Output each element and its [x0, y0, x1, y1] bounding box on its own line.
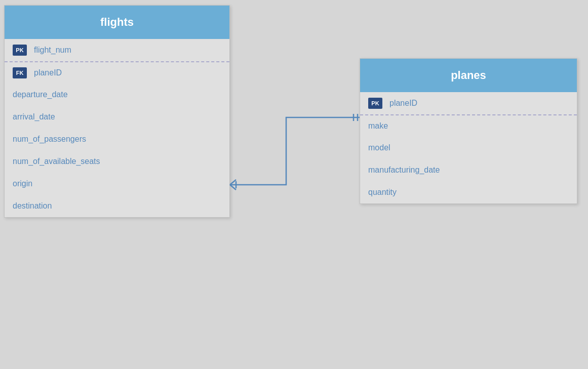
connector-line: [230, 117, 360, 185]
flights-table: flights PK flight_num FK planeID departu…: [4, 5, 230, 218]
field-origin: origin: [13, 179, 32, 188]
field-num-passengers: num_of_passengers: [13, 135, 86, 144]
flights-table-header: flights: [5, 6, 229, 39]
field-row-manufacturing-date: manufacturing_date: [360, 159, 577, 181]
field-row-quantity: quantity: [360, 181, 577, 203]
field-quantity: quantity: [368, 188, 397, 197]
field-row-origin: origin: [5, 173, 229, 195]
field-manufacturing-date: manufacturing_date: [368, 166, 440, 175]
field-row-departure-date: departure_date: [5, 84, 229, 106]
field-row-make: make: [360, 114, 577, 137]
field-departure-date: departure_date: [13, 90, 68, 99]
crows-foot-top: [230, 180, 236, 185]
flights-title: flights: [100, 16, 134, 28]
field-row-destination: destination: [5, 195, 229, 217]
crows-foot-bottom: [230, 185, 236, 190]
planes-table: planes PK planeID make model manufacturi…: [360, 58, 577, 204]
field-num-available-seats: num_of_available_seats: [13, 157, 100, 166]
field-destination: destination: [13, 201, 52, 211]
field-planes-planeID: planeID: [389, 99, 417, 108]
field-row-num-available-seats: num_of_available_seats: [5, 150, 229, 173]
planes-table-header: planes: [360, 59, 577, 92]
pk-badge-flight-num: PK: [13, 45, 27, 56]
field-row-planes-planeID: PK planeID: [360, 92, 577, 114]
field-make: make: [368, 121, 388, 131]
planes-title: planes: [451, 69, 486, 81]
field-row-num-passengers: num_of_passengers: [5, 128, 229, 150]
planes-table-body: PK planeID make model manufacturing_date…: [360, 92, 577, 203]
field-row-planeID: FK planeID: [5, 61, 229, 84]
flights-table-body: PK flight_num FK planeID departure_date …: [5, 39, 229, 217]
pk-badge-planes-planeID: PK: [368, 98, 382, 109]
field-arrival-date: arrival_date: [13, 112, 55, 121]
field-planeID: planeID: [34, 68, 62, 77]
fk-badge-planeID: FK: [13, 67, 27, 78]
field-model: model: [368, 143, 390, 152]
canvas: flights PK flight_num FK planeID departu…: [0, 0, 588, 369]
field-row-arrival-date: arrival_date: [5, 106, 229, 128]
field-row-flight-num: PK flight_num: [5, 39, 229, 61]
field-flight-num: flight_num: [34, 46, 71, 55]
field-row-model: model: [360, 137, 577, 159]
